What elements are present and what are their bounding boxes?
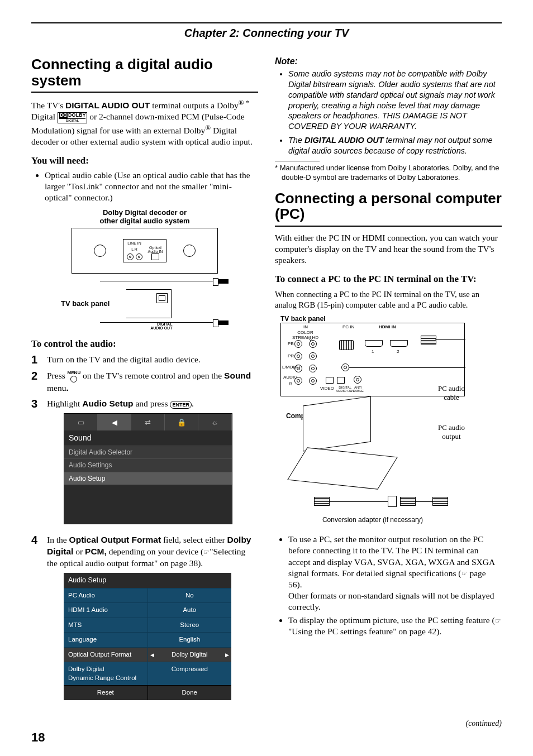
laptop-icon bbox=[286, 401, 398, 501]
pc-intro: With either the PC IN or HDMI connection… bbox=[275, 232, 502, 266]
step-2: Press MENU on the TV's remote control an… bbox=[31, 370, 258, 394]
pc-connect-body: When connecting a PC to the PC IN termin… bbox=[275, 289, 502, 310]
continued-label: (continued) bbox=[465, 719, 502, 728]
heading-digital-audio: Connecting a digital audio system bbox=[31, 56, 258, 88]
heading-pc: Connecting a personal computer (PC) bbox=[275, 190, 502, 222]
pc-bullet-1: To use a PC, set the monitor output reso… bbox=[288, 534, 502, 613]
dolby-footnote: * Manufactured under license from Dolby … bbox=[275, 164, 502, 183]
optical-cable-bullet: Optical audio cable (Use an optical audi… bbox=[45, 170, 258, 203]
pointer-icon: ☞ bbox=[203, 548, 210, 557]
note-2: The DIGITAL AUDIO OUT terminal may not o… bbox=[288, 135, 502, 156]
you-will-need-heading: You will need: bbox=[31, 155, 258, 166]
to-control-audio-heading: To control the audio: bbox=[31, 338, 258, 350]
pointer-icon: ☞ bbox=[495, 617, 501, 626]
enter-button-icon: ENTER bbox=[170, 401, 192, 409]
intro-digital-audio: The TV's DIGITAL AUDIO OUT terminal outp… bbox=[31, 98, 258, 147]
pc-bullet-2: To display the optimum picture, use the … bbox=[288, 615, 502, 637]
left-column: Connecting a digital audio system The TV… bbox=[31, 56, 258, 710]
menu-button-icon: MENU bbox=[68, 371, 81, 382]
note-1: Some audio systems may not be compatible… bbox=[288, 69, 502, 132]
right-column: Note: Some audio systems may not be comp… bbox=[275, 56, 502, 710]
chapter-title: Chapter 2: Connecting your TV bbox=[31, 27, 502, 40]
audio-setup-screenshot: Audio Setup PC AudioNo HDMI 1 AudioAuto … bbox=[64, 573, 231, 700]
pc-audio-output-label: PC audio output bbox=[438, 423, 465, 441]
pc-audio-cable-label: PC audio cable bbox=[438, 384, 465, 402]
step-1: Turn on the TV and the digital audio dev… bbox=[31, 354, 258, 366]
sound-menu-screenshot: ▭ ◀ ⇄ 🔒 ☼ Sound Digital Audio Selector A… bbox=[64, 413, 232, 524]
digital-audio-diagram: Dolby Digital decoder or other digital a… bbox=[31, 208, 258, 331]
step-3: Highlight Audio Setup and press ENTER. ▭… bbox=[31, 398, 258, 529]
note-heading: Note: bbox=[275, 56, 502, 66]
dolby-logo-icon: DOLBYDIGITAL bbox=[58, 112, 88, 123]
pc-diagram: TV back panel IN COLOR STREAM HD PC IN H… bbox=[280, 315, 465, 529]
pc-connect-subhead: To connect a PC to the PC IN terminal on… bbox=[275, 274, 502, 285]
conversion-adapter-label: Conversion adapter (if necessary) bbox=[280, 516, 465, 524]
pointer-icon: ☞ bbox=[461, 570, 468, 578]
page-number: 18 bbox=[31, 730, 45, 745]
step-4: In the Optical Output Format field, sele… bbox=[31, 534, 258, 706]
